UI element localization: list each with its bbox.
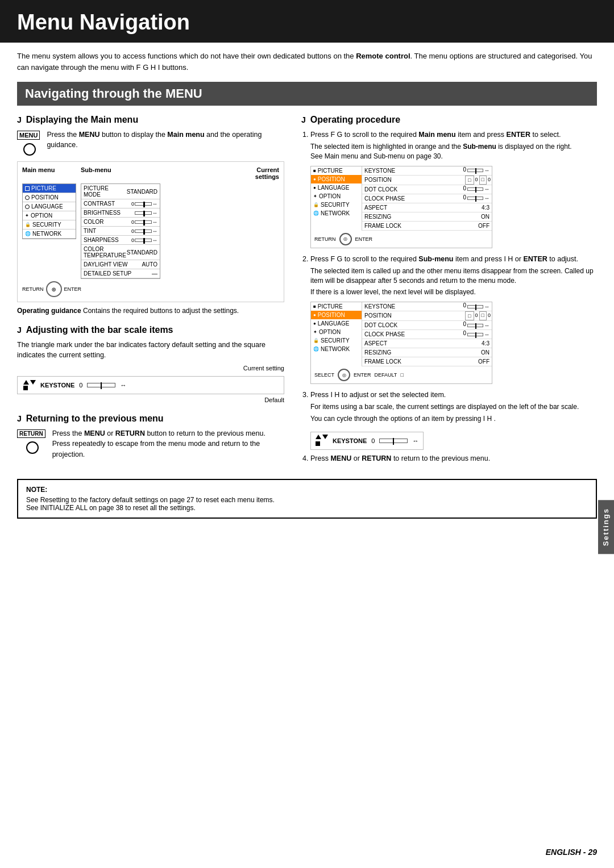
keystone-icons <box>23 380 36 390</box>
ss1-position-row: POSITION □ 0 □ 0 <box>362 176 492 185</box>
ss2-picture: ■PICTURE <box>311 302 362 311</box>
menu-main-option: ✦ OPTION <box>23 211 76 220</box>
menu-main-security: 🔒 SECURITY <box>23 220 76 229</box>
ss1-clockphase-row: CLOCK PHASE 0 ↔ <box>362 194 492 203</box>
triangle-up-icon <box>23 380 29 385</box>
return-circle-icon <box>26 441 39 454</box>
diag-header-current: Currentsettings <box>166 166 279 180</box>
small-keystone-diag: KEYSTONE 0 ↔ <box>310 432 424 450</box>
two-col-layout: J Displaying the Main menu MENU Press th… <box>0 115 614 470</box>
ss2-sub-col: KEYSTONE 0 ↔ POSITION □ 0 □ 0 DOT CLOCK … <box>362 302 492 366</box>
ss2-language: ●LANGUAGE <box>311 319 362 328</box>
default-label: Default <box>17 397 284 403</box>
current-setting-label: Current setting <box>17 365 284 372</box>
keystone-diagram: KEYSTONE 0 ↔ <box>17 376 284 394</box>
section-title: Navigating through the MENU <box>25 86 589 101</box>
ss2-keystone-row: KEYSTONE 0 ↔ <box>362 302 492 311</box>
sub-brightness: BRIGHTNESS ↔ <box>81 208 160 218</box>
ss1-framelock-row: FRAME LOCK OFF <box>362 222 492 231</box>
screenshot-2: ■PICTURE ●POSITION ●LANGUAGE ✦OPTION 🔒SE… <box>310 302 492 384</box>
note-box: NOTE: See Resetting to the factory defau… <box>17 479 597 519</box>
footer-lang: E <box>546 848 551 857</box>
keystone-label: KEYSTONE <box>40 382 74 389</box>
operating-guidance: Operating guidance Contains the required… <box>17 307 284 315</box>
ss1-option: ✦OPTION <box>311 192 362 201</box>
operating-title: J Operating procedure <box>301 115 597 125</box>
note-line1: See Resetting to the factory default set… <box>26 496 588 504</box>
sub-color-temp: COLOR TEMPERATURESTANDARD <box>81 245 160 260</box>
ss1-dotclock-row: DOT CLOCK 0 ↔ <box>362 185 492 194</box>
screenshot-1: ■PICTURE ●POSITION ●LANGUAGE ✦OPTION 🔒SE… <box>310 166 492 248</box>
menu-main-network: 🌐 NETWORK <box>23 229 76 239</box>
ss2-network: 🌐NETWORK <box>311 345 362 353</box>
menu-diagram: Main menu Sub-menu Currentsettings PICTU… <box>17 161 284 302</box>
ss1-network: 🌐NETWORK <box>311 209 362 218</box>
menu-sub-column: PICTURE MODESTANDARD CONTRAST 0 ↔ BRIGHT… <box>81 183 160 279</box>
ss1-aspect-row: ASPECT 4:3 <box>362 203 492 212</box>
ss1-select-wheel: ◎ <box>339 233 352 245</box>
step1-indent: The selected item is highlighted in oran… <box>310 142 597 161</box>
returning-section: J Returning to the previous menu RETURN … <box>17 414 284 459</box>
sub-detailed-setup: DETAILED SETUP— <box>81 269 160 278</box>
sub-tint: TINT 0 ↔ <box>81 227 160 236</box>
ss2-dotclock-row: DOT CLOCK 0 ↔ <box>362 321 492 330</box>
step3-indent2: You can cycle through the options of an … <box>310 414 597 424</box>
ss1-main-col: ■PICTURE ●POSITION ●LANGUAGE ✦OPTION 🔒SE… <box>311 166 362 231</box>
steps-list: Press F G to scroll to the required Main… <box>301 130 597 161</box>
adjusting-section: J Adjusting with the bar scale items The… <box>17 325 284 403</box>
ss1-sub-col: KEYSTONE 0 ↔ POSITION □ 0 □ 0 DOT CLOCK … <box>362 166 492 231</box>
menu-label: MENU <box>17 131 40 140</box>
keystone-val: 0 <box>79 382 82 389</box>
step3-indent1: For items using a bar scale, the current… <box>310 402 597 412</box>
footer-text: NGLISH - 29 <box>551 848 597 857</box>
ks2-val: 0 <box>371 437 375 444</box>
ss1-security: 🔒SECURITY <box>311 201 362 209</box>
returning-text: Press the MENU or RETURN button to retur… <box>52 428 284 459</box>
step2-indent2: If there is a lower level, the next leve… <box>310 287 597 297</box>
displaying-title: J Displaying the Main menu <box>17 115 284 125</box>
ss2-option: ✦OPTION <box>311 328 362 336</box>
ss2-controls: SELECT ◎ ENTER DEFAULT □ <box>311 366 492 383</box>
intro-text: The menu system allows you to access fun… <box>0 43 614 78</box>
step2-indent: The selected item is called up and the o… <box>310 266 597 286</box>
menu-select-area: RETURN ◎ ENTER <box>22 281 279 297</box>
menu-main-picture: PICTURE <box>23 184 76 193</box>
menu-icon-row: MENU Press the MENU button to display th… <box>17 130 284 156</box>
select-wheel: ◎ <box>46 281 62 297</box>
ss2-clockphase-row: CLOCK PHASE 0 ↔ <box>362 330 492 339</box>
steps-list-4: Press MENU or RETURN to return to the pr… <box>301 453 597 464</box>
ss2-resizing-row: RESIZING ON <box>362 348 492 357</box>
screenshot-2-content: ■PICTURE ●POSITION ●LANGUAGE ✦OPTION 🔒SE… <box>311 302 492 366</box>
page-title: Menu Navigation <box>17 10 597 35</box>
note-title: NOTE: <box>26 486 588 494</box>
menu-main-column: PICTURE POSITION LANGUAGE ✦ OPTION <box>22 183 76 239</box>
ss2-select-wheel: ◎ <box>338 369 350 381</box>
returning-content: RETURN Press the MENU or RETURN button t… <box>17 428 284 459</box>
intro-text-1: The menu system allows you to access fun… <box>17 52 356 60</box>
right-column: J Operating procedure Press F G to scrol… <box>296 115 597 470</box>
steps-list-2: Press F G to scroll to the required Sub-… <box>301 254 597 298</box>
triangle-down-icon <box>30 380 36 385</box>
menu-main-language: LANGUAGE <box>23 202 76 211</box>
menu-main-position: POSITION <box>23 193 76 202</box>
settings-tab: Settings <box>598 500 614 554</box>
ss1-keystone-row: KEYSTONE 0 ↔ <box>362 166 492 176</box>
ks2-bar <box>379 439 408 443</box>
displaying-section: J Displaying the Main menu MENU Press th… <box>17 115 284 315</box>
bar-center-mark <box>101 382 102 389</box>
sub-color: COLOR 0 ↔ <box>81 218 160 227</box>
ss2-aspect-row: ASPECT 4:3 <box>362 339 492 348</box>
page-header: Menu Navigation <box>0 0 614 43</box>
return-label: RETURN <box>17 429 45 438</box>
ks2-label: KEYSTONE <box>333 437 367 444</box>
ks2-tri-up <box>316 435 321 439</box>
ks2-square <box>316 441 320 446</box>
menu-circle-icon <box>23 143 36 156</box>
ss1-language: ●LANGUAGE <box>311 183 362 192</box>
ks2-tri-down <box>322 435 328 439</box>
note-line2: See INITIALIZE ALL on page 38 to reset a… <box>26 504 588 512</box>
ss2-main-col: ■PICTURE ●POSITION ●LANGUAGE ✦OPTION 🔒SE… <box>311 302 362 366</box>
ss2-security: 🔒SECURITY <box>311 336 362 345</box>
adjusting-text: The triangle mark under the bar indicate… <box>17 340 284 360</box>
ss2-position-row: POSITION □ 0 □ 0 <box>362 311 492 321</box>
